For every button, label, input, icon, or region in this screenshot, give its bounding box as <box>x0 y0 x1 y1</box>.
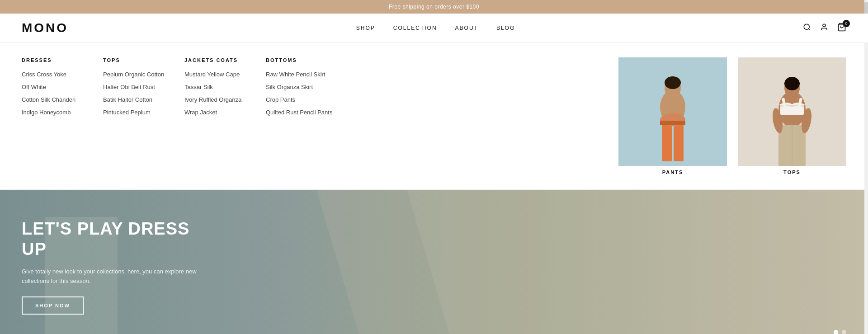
svg-point-7 <box>665 76 681 89</box>
announcement-text: Free shipping on orders over $100 <box>389 4 479 10</box>
dresses-item-3[interactable]: Cotton Silk Chanderi <box>22 96 75 103</box>
tops-item-1[interactable]: Peplum Organic Cotton <box>103 71 164 78</box>
jackets-list: Mustard Yellow Cape Tassar Silk Ivory Ru… <box>184 70 266 116</box>
menu-featured-images: PANTS <box>618 57 846 175</box>
nav-about[interactable]: ABOUT <box>455 25 478 31</box>
tops-item-3[interactable]: Batik Halter Cotton <box>103 96 152 103</box>
svg-rect-11 <box>660 121 685 125</box>
nav-collection[interactable]: COLLECTION <box>393 25 437 31</box>
tops-heading: TOPS <box>103 57 184 63</box>
search-icon[interactable] <box>803 23 811 33</box>
tops-image <box>738 57 846 166</box>
bottoms-item-2[interactable]: Silk Organza Skirt <box>266 84 313 90</box>
hero-subtitle: Give totally new look to your collection… <box>22 267 204 286</box>
dresses-item-1[interactable]: Criss Cross Yoke <box>22 71 66 78</box>
svg-rect-8 <box>662 123 672 161</box>
pants-label: PANTS <box>618 169 727 175</box>
logo[interactable]: MONO <box>22 21 68 35</box>
announcement-bar: Free shipping on orders over $100 <box>0 0 868 14</box>
nav-shop[interactable]: SHOP <box>356 25 375 31</box>
tops-item-2[interactable]: Halter Obi Belt Rust <box>103 84 155 90</box>
menu-column-dresses: DRESSES Criss Cross Yoke Off White Cotto… <box>22 57 103 175</box>
menu-column-tops: TOPS Peplum Organic Cotton Halter Obi Be… <box>103 57 184 175</box>
scrollbar[interactable] <box>864 0 868 334</box>
nav-blog[interactable]: BLOG <box>496 25 515 31</box>
slider-dot-2[interactable] <box>842 330 846 334</box>
dresses-item-2[interactable]: Off White <box>22 84 46 90</box>
jackets-heading: JACKETS COATS <box>184 57 266 63</box>
dresses-item-4[interactable]: Indigo Honeycomb <box>22 109 71 116</box>
jackets-item-4[interactable]: Wrap Jacket <box>184 109 217 116</box>
cart-count: 0 <box>843 20 850 27</box>
bottoms-heading: BOTTOMS <box>266 57 347 63</box>
jackets-item-2[interactable]: Tassar Silk <box>184 84 213 90</box>
slider-dots <box>834 330 846 334</box>
svg-line-1 <box>808 28 810 30</box>
header: MONO SHOP COLLECTION ABOUT BLOG 0 <box>0 14 868 43</box>
bottoms-list: Raw White Pencil Skirt Silk Organza Skir… <box>266 70 347 116</box>
jackets-item-3[interactable]: Ivory Ruffled Organza <box>184 96 241 103</box>
svg-line-18 <box>783 98 785 106</box>
featured-pants[interactable]: PANTS <box>618 57 727 175</box>
header-icons: 0 <box>803 23 846 34</box>
menu-column-bottoms: BOTTOMS Raw White Pencil Skirt Silk Orga… <box>266 57 347 175</box>
bottoms-item-4[interactable]: Quilted Rust Pencil Pants <box>266 109 332 116</box>
svg-point-2 <box>823 24 826 27</box>
svg-point-0 <box>804 24 809 29</box>
account-icon[interactable] <box>820 23 828 33</box>
shop-now-button[interactable]: SHOP NOW <box>22 296 84 315</box>
menu-column-jackets: JACKETS COATS Mustard Yellow Cape Tassar… <box>184 57 266 175</box>
hero-section: LET'S PLAY DRESS UP Give totally new loo… <box>0 190 868 334</box>
main-nav: SHOP COLLECTION ABOUT BLOG <box>356 25 515 31</box>
hero-title: LET'S PLAY DRESS UP <box>22 219 204 260</box>
tops-item-4[interactable]: Pintucked Peplum <box>103 109 151 116</box>
svg-rect-9 <box>674 123 684 161</box>
dresses-heading: DRESSES <box>22 57 103 63</box>
svg-line-19 <box>799 98 801 106</box>
bottoms-item-3[interactable]: Crop Pants <box>266 96 295 103</box>
mega-menu: DRESSES Criss Cross Yoke Off White Cotto… <box>0 43 868 190</box>
bottoms-item-1[interactable]: Raw White Pencil Skirt <box>266 71 325 78</box>
svg-point-16 <box>784 77 800 90</box>
slider-dot-1[interactable] <box>834 330 838 334</box>
jackets-item-1[interactable]: Mustard Yellow Cape <box>184 71 240 78</box>
tops-list: Peplum Organic Cotton Halter Obi Belt Ru… <box>103 70 184 116</box>
featured-tops[interactable]: TOPS <box>738 57 846 175</box>
cart-icon[interactable]: 0 <box>837 23 846 34</box>
pants-image <box>618 57 727 166</box>
hero-content: LET'S PLAY DRESS UP Give totally new loo… <box>0 197 226 334</box>
tops-label: TOPS <box>738 169 846 175</box>
dresses-list: Criss Cross Yoke Off White Cotton Silk C… <box>22 70 103 116</box>
